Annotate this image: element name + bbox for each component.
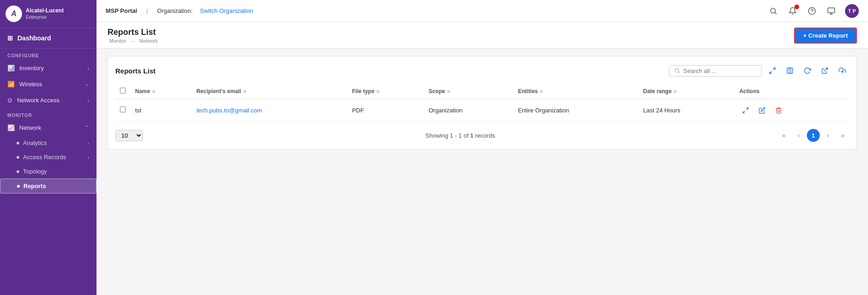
svg-line-14 xyxy=(824,68,828,71)
breadcrumb-part2: Network xyxy=(139,38,158,44)
sidebar-item-access-records[interactable]: Access Records › xyxy=(0,150,96,164)
topbar-right: T P xyxy=(768,4,859,18)
row-scope: Organization xyxy=(424,99,513,122)
breadcrumb: Monitor – Network xyxy=(108,38,159,44)
sidebar-item-inventory[interactable]: 📊 Inventory › xyxy=(0,60,96,76)
svg-rect-4 xyxy=(828,8,835,13)
search-icon-inner xyxy=(674,67,681,74)
select-all-checkbox[interactable] xyxy=(120,88,126,94)
notification-icon[interactable] xyxy=(787,6,798,17)
breadcrumb-sep: – xyxy=(131,38,134,44)
sidebar-item-network-access[interactable]: ⊙ Network Access › xyxy=(0,92,96,108)
network-access-icon: ⊙ xyxy=(7,97,12,104)
svg-line-10 xyxy=(770,71,772,73)
reports-label: Reports xyxy=(23,183,46,189)
delete-button[interactable] xyxy=(772,104,785,117)
col-email: Recipient's email ≡ xyxy=(192,84,347,99)
row-name: tst xyxy=(130,99,192,122)
settings-icon[interactable] xyxy=(826,6,837,17)
upload-icon[interactable] xyxy=(835,64,849,78)
col-menu-scope[interactable]: ≡ xyxy=(447,88,451,95)
col-filetype: File type ≡ xyxy=(347,84,424,99)
view-button[interactable] xyxy=(739,104,752,117)
col-entities: Entities ≡ xyxy=(513,84,638,99)
columns-icon[interactable] xyxy=(783,64,797,78)
create-report-button[interactable]: + Create Report xyxy=(794,28,857,44)
inventory-label: Inventory xyxy=(19,65,44,72)
search-icon[interactable] xyxy=(768,6,779,17)
page-title-block: Reports List Monitor – Network xyxy=(108,28,159,44)
col-actions: Actions xyxy=(735,84,849,99)
col-menu-entities[interactable]: ≡ xyxy=(539,88,543,95)
resize-icon[interactable] xyxy=(766,64,779,78)
dashboard-icon: ⊞ xyxy=(7,34,13,42)
table-row: tst tech.pubs.to@gmail.com PDF Organizat… xyxy=(115,99,849,122)
next-page-button[interactable]: › xyxy=(822,129,834,142)
col-menu-name[interactable]: ≡ xyxy=(152,88,156,95)
prev-page-button[interactable]: ‹ xyxy=(792,129,805,142)
user-avatar[interactable]: T P xyxy=(845,4,859,18)
chevron-right-icon: › xyxy=(87,66,89,71)
col-menu-filetype[interactable]: ≡ xyxy=(376,88,380,95)
help-icon[interactable] xyxy=(806,6,817,17)
breadcrumb-part1: Monitor xyxy=(109,38,126,44)
sidebar-item-wireless[interactable]: 📶 Wireless ⌄ xyxy=(0,76,96,92)
row-checkbox-cell xyxy=(115,99,130,122)
logo-brand: Alcatel-Lucent xyxy=(26,7,64,15)
logo-icon: A xyxy=(6,6,22,22)
sidebar-item-dashboard[interactable]: ⊞ Dashboard xyxy=(0,28,96,49)
configure-section-label: CONFIGURE xyxy=(0,49,96,60)
row-email: tech.pubs.to@gmail.com xyxy=(192,99,347,122)
last-page-button[interactable]: » xyxy=(836,129,849,142)
col-daterange: Date range ≡ xyxy=(639,84,735,99)
sidebar: A Alcatel-Lucent Enterprise ⊞ Dashboard … xyxy=(0,0,96,295)
sidebar-item-reports[interactable]: Reports xyxy=(0,178,96,194)
table-header-row: Name ≡ Recipient's email ≡ xyxy=(115,84,849,99)
pagination-bar: 10 25 50 100 Showing 1 - 1 of 1 records … xyxy=(115,129,849,142)
network-label: Network xyxy=(19,124,41,131)
topology-label: Topology xyxy=(23,168,47,175)
content-area: Reports List xyxy=(96,49,868,295)
chevron-down-icon: ⌄ xyxy=(85,81,89,87)
chevron-right-icon-na: › xyxy=(87,98,89,103)
col-menu-daterange[interactable]: ≡ xyxy=(674,88,677,95)
inventory-icon: 📊 xyxy=(7,65,15,72)
card-title: Reports List xyxy=(115,67,156,75)
showing-text: Showing 1 - 1 of xyxy=(425,132,469,139)
page-size-dropdown[interactable]: 10 25 50 100 xyxy=(115,130,143,141)
refresh-icon[interactable] xyxy=(800,64,814,78)
chevron-up-icon: ⌃ xyxy=(85,125,89,131)
row-entities: Entire Organization xyxy=(513,99,638,122)
network-access-label: Network Access xyxy=(17,97,59,104)
svg-point-0 xyxy=(771,8,776,13)
row-checkbox[interactable] xyxy=(120,106,126,112)
row-daterange: Last 24 Hours xyxy=(639,99,735,122)
svg-rect-11 xyxy=(787,68,793,73)
dot-icon-analytics xyxy=(17,142,19,145)
search-box[interactable] xyxy=(669,65,762,77)
search-input[interactable] xyxy=(683,67,757,74)
sidebar-item-topology[interactable]: Topology xyxy=(0,164,96,178)
svg-line-9 xyxy=(773,68,775,70)
topbar: MSP Portal | Organization: Switch Organi… xyxy=(96,0,868,22)
first-page-button[interactable]: « xyxy=(777,129,790,142)
topbar-brand: MSP Portal xyxy=(106,7,137,14)
page-number-1[interactable]: 1 xyxy=(807,129,820,142)
wireless-icon: 📶 xyxy=(7,81,15,88)
switch-organization-link[interactable]: Switch Organization xyxy=(200,7,253,14)
monitor-section-label: MONITOR xyxy=(0,108,96,120)
svg-line-1 xyxy=(775,12,776,14)
chevron-right-access-records: › xyxy=(87,155,89,160)
page-size-select: 10 25 50 100 xyxy=(115,130,143,141)
export-icon[interactable] xyxy=(818,64,832,78)
logo-text: Alcatel-Lucent Enterprise xyxy=(26,7,64,21)
col-menu-email[interactable]: ≡ xyxy=(243,88,247,95)
svg-line-17 xyxy=(743,111,745,112)
sidebar-item-analytics[interactable]: Analytics › xyxy=(0,136,96,150)
analytics-label: Analytics xyxy=(23,139,47,146)
sidebar-item-network[interactable]: 📈 Network ⌃ xyxy=(0,120,96,136)
network-sub-menu: Analytics › Access Records › Topology Re… xyxy=(0,136,96,194)
card-tools xyxy=(669,64,849,78)
table-body: tst tech.pubs.to@gmail.com PDF Organizat… xyxy=(115,99,849,122)
edit-button[interactable] xyxy=(756,104,769,117)
